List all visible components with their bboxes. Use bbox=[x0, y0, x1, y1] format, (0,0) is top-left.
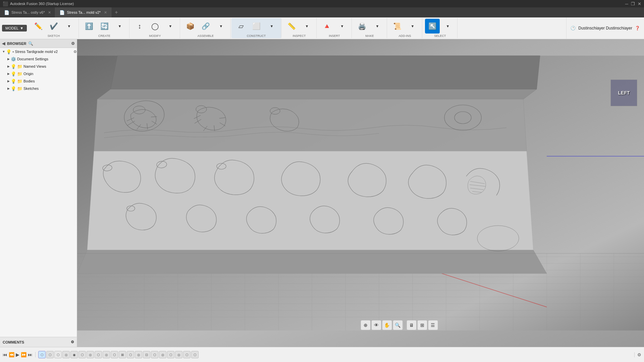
restore-icon[interactable]: ❐ bbox=[631, 1, 635, 6]
select-buttons-row: ↖️ ▼ bbox=[425, 19, 455, 34]
revolve-button[interactable]: 🔄 bbox=[97, 19, 112, 34]
timeline-item-13[interactable]: ◎ bbox=[135, 351, 142, 358]
assemble-buttons-row: 📦 🔗 ▼ bbox=[183, 19, 228, 34]
addins-more-button[interactable]: ▼ bbox=[405, 19, 420, 34]
select-more-button[interactable]: ▼ bbox=[440, 19, 455, 34]
press-pull-button[interactable]: ↕️ bbox=[132, 19, 147, 34]
display-settings-button[interactable]: 🖥 bbox=[407, 320, 417, 330]
svg-marker-32 bbox=[77, 250, 547, 274]
browser-settings-icon[interactable]: ⚙ bbox=[71, 41, 75, 46]
timeline-item-6[interactable]: ⬡ bbox=[78, 351, 86, 358]
browser-collapse-icon[interactable]: ◀ bbox=[2, 41, 5, 46]
play-backward-end-icon[interactable]: ⏮ bbox=[3, 352, 7, 357]
viewport-canvas[interactable] bbox=[77, 39, 644, 347]
bottom-bar: ⏮ ⏪ ▶ ⏩ ⏭ ⬡ ⬡ ⬡ ◎ ◉ ⬡ ◎ ⬡ ◎ ⬡ ⊠ ⬡ ◎ ⊡ ⬡ … bbox=[0, 347, 644, 362]
step-backward-icon[interactable]: ⏪ bbox=[9, 352, 14, 357]
svg-marker-31 bbox=[87, 151, 533, 250]
tab-1-close[interactable]: ✕ bbox=[48, 10, 51, 15]
comments-settings-icon[interactable]: ⚙ bbox=[71, 340, 74, 344]
tree-named-views[interactable]: ▶ 💡 📁 Named Views bbox=[0, 63, 77, 70]
create-sketch-button[interactable]: ✏️ bbox=[31, 19, 46, 34]
tab-1[interactable]: 📄 Stress Ta... ostly v6* ✕ bbox=[0, 7, 55, 17]
inspect-more-button[interactable]: ▼ bbox=[300, 19, 314, 34]
select-button[interactable]: ↖️ bbox=[425, 19, 440, 34]
svg-marker-30 bbox=[111, 56, 540, 89]
root-settings-icon[interactable]: ⚙ bbox=[73, 50, 77, 54]
measure-button[interactable]: 📏 bbox=[284, 19, 299, 34]
timeline-item-14[interactable]: ⊡ bbox=[143, 351, 150, 358]
modify-more-button[interactable]: ▼ bbox=[163, 19, 178, 34]
more-button[interactable]: ☰ bbox=[428, 320, 438, 330]
timeline-item-19[interactable]: ⬡ bbox=[183, 351, 191, 358]
timeline-item-12[interactable]: ⬡ bbox=[127, 351, 134, 358]
insert-section: 🔺 ▼ INSERT bbox=[317, 18, 352, 38]
timeline-item-18[interactable]: ◎ bbox=[175, 351, 182, 358]
3d-print-button[interactable]: 🖨️ bbox=[355, 19, 369, 34]
sketch-more-button[interactable]: ▼ bbox=[62, 19, 76, 34]
tree-bodies[interactable]: ▶ 💡 📁 Bodies bbox=[0, 77, 77, 85]
zoom-button[interactable]: 🔍 bbox=[393, 320, 403, 330]
timeline-item-20[interactable]: ⬡ bbox=[191, 351, 199, 358]
timeline-item-7[interactable]: ◎ bbox=[87, 351, 94, 358]
insert-mesh-button[interactable]: 🔺 bbox=[319, 19, 334, 34]
timeline-item-10[interactable]: ⬡ bbox=[111, 351, 118, 358]
create-more-button[interactable]: ▼ bbox=[112, 19, 127, 34]
addins-more-icon: ▼ bbox=[411, 24, 415, 28]
extrude-button[interactable]: ⬆️ bbox=[82, 19, 96, 34]
tab-2[interactable]: 📄 Stress Ta... mold v2* ✕ bbox=[55, 7, 111, 17]
insert-more-button[interactable]: ▼ bbox=[335, 19, 350, 34]
grid-button[interactable]: ⊞ bbox=[417, 320, 427, 330]
orbit-button[interactable]: ⊕ bbox=[361, 320, 371, 330]
tab-2-close[interactable]: ✕ bbox=[104, 10, 107, 15]
timeline-item-9[interactable]: ◎ bbox=[103, 351, 110, 358]
new-component-button[interactable]: 📦 bbox=[183, 19, 198, 34]
timeline-item-8[interactable]: ⬡ bbox=[95, 351, 102, 358]
assemble-more-button[interactable]: ▼ bbox=[214, 19, 228, 34]
model-dropdown[interactable]: MODEL ▼ bbox=[2, 25, 27, 32]
origin-visibility-icon: 💡 bbox=[11, 71, 16, 76]
finish-sketch-icon: ✔️ bbox=[50, 23, 58, 29]
minimize-icon[interactable]: ─ bbox=[625, 1, 628, 6]
pan-button[interactable]: ✋ bbox=[382, 320, 392, 330]
tree-document-settings[interactable]: ▶ ⚙️ Document Settings bbox=[0, 55, 77, 63]
help-icon[interactable]: ❓ bbox=[635, 26, 640, 31]
timeline-item-16[interactable]: ◎ bbox=[159, 351, 166, 358]
timeline-item-3[interactable]: ⬡ bbox=[54, 351, 62, 358]
timeline-item-2[interactable]: ⬡ bbox=[46, 351, 54, 358]
tree-root[interactable]: ▼ 💡 ▪ Stress Tardigrade mold v2 ⚙ bbox=[0, 48, 77, 55]
window-controls[interactable]: ─ ❐ ✕ bbox=[625, 1, 641, 6]
construct-more-button[interactable]: ▼ bbox=[264, 19, 279, 34]
timeline-item-1[interactable]: ⬡ bbox=[38, 351, 46, 358]
viewport[interactable]: LEFT ⊕ 👁 ✋ 🔍 🖥 ⊞ ☰ bbox=[77, 39, 644, 347]
modify-label: MODIFY bbox=[149, 34, 161, 38]
finish-sketch-button[interactable]: ✔️ bbox=[46, 19, 61, 34]
step-forward-icon[interactable]: ⏩ bbox=[21, 352, 26, 357]
timeline-item-11[interactable]: ⊠ bbox=[119, 351, 126, 358]
joint-button[interactable]: 🔗 bbox=[198, 19, 213, 34]
settings-cog-icon[interactable]: ⚙ bbox=[637, 352, 641, 357]
timeline-item-15[interactable]: ⬡ bbox=[151, 351, 158, 358]
close-icon[interactable]: ✕ bbox=[638, 1, 641, 6]
play-icon[interactable]: ▶ bbox=[16, 352, 19, 357]
navigation-cube[interactable]: LEFT bbox=[610, 79, 637, 106]
insert-buttons-row: 🔺 ▼ bbox=[319, 19, 350, 34]
look-at-button[interactable]: 👁 bbox=[371, 320, 381, 330]
tree-origin[interactable]: ▶ 💡 📁 Origin bbox=[0, 70, 77, 77]
new-component-icon: 📦 bbox=[186, 23, 195, 29]
fillet-button[interactable]: ◯ bbox=[148, 19, 162, 34]
select-more-icon: ▼ bbox=[446, 24, 450, 28]
scripts-button[interactable]: 📜 bbox=[390, 19, 405, 34]
modify-buttons-row: ↕️ ◯ ▼ bbox=[132, 19, 178, 34]
timeline-item-5[interactable]: ◉ bbox=[70, 351, 78, 358]
tree-sketches[interactable]: ▶ 💡 📁 Sketches bbox=[0, 85, 77, 92]
midplane-button[interactable]: ⬜ bbox=[249, 19, 264, 34]
play-forward-end-icon[interactable]: ⏭ bbox=[28, 352, 33, 357]
offset-plane-button[interactable]: ▱ bbox=[233, 19, 248, 34]
make-more-button[interactable]: ▼ bbox=[370, 19, 385, 34]
browser-search-icon[interactable]: 🔍 bbox=[28, 41, 33, 46]
add-tab-button[interactable]: + bbox=[111, 7, 121, 17]
timeline-item-17[interactable]: ⬡ bbox=[167, 351, 174, 358]
timeline-item-4[interactable]: ◎ bbox=[62, 351, 70, 358]
bodies-visibility-icon: 💡 bbox=[11, 79, 16, 84]
root-folder-icon: ▪ bbox=[12, 49, 14, 54]
